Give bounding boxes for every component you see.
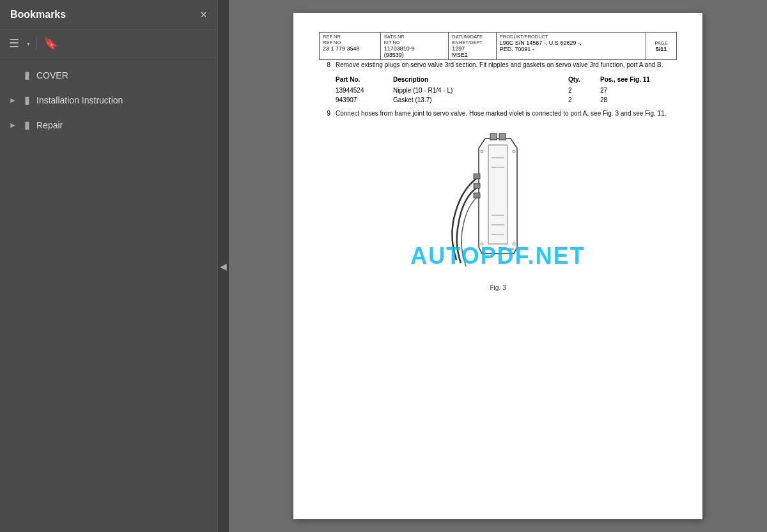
svg-point-8 <box>481 243 483 245</box>
document-page: REF NRREF NO 23 1 779 3548 SATS NRKIT NO… <box>293 13 702 519</box>
row1-part-no: 13944524 <box>336 86 393 95</box>
col-qty: Qty. <box>568 75 600 84</box>
step-9-number: 9 <box>319 109 330 118</box>
svg-point-6 <box>481 150 483 153</box>
close-button[interactable]: × <box>200 9 207 20</box>
list-view-icon[interactable]: ☰ <box>9 36 19 50</box>
main-document-area: REF NRREF NO 23 1 779 3548 SATS NRKIT NO… <box>229 0 767 532</box>
step-9-row: 9 Connect hoses from frame joint to serv… <box>319 109 677 118</box>
ref-nr-label: REF NRREF NO <box>323 34 377 45</box>
sidebar-collapse-button[interactable]: ◀ <box>217 0 229 532</box>
kit-no-value2: (93539) <box>384 52 404 58</box>
sats-nr-label: SATS NRKIT NO <box>384 34 445 45</box>
sidebar-toolbar: ☰ ▾ 🔖 <box>0 30 217 57</box>
row1-pos: 27 <box>600 86 677 95</box>
step-9-text: Connect hoses from frame joint to servo … <box>336 109 677 118</box>
sats-nr-value: 11703810-9 (93539) <box>384 45 445 58</box>
sidebar-header: Bookmarks × <box>0 0 217 30</box>
produkt-value: L90C S/N 14567 -, U.S 62629 -, PED. 7009… <box>500 40 642 52</box>
dept-value: MSE2 <box>452 52 468 58</box>
installation-chevron-icon: ► <box>9 96 18 105</box>
date-value: 1297 <box>452 45 465 52</box>
installation-label: Installation Instruction <box>36 95 123 105</box>
sidebar-item-installation[interactable]: ► ▮ Installation Instruction <box>0 87 217 112</box>
datum-label: DATUM/DATEENHET/DEPT <box>452 34 493 45</box>
toolbar-divider <box>36 37 37 50</box>
row1-qty: 2 <box>568 86 600 95</box>
ref-nr-value: 23 1 779 3548 <box>323 45 377 52</box>
doc-header-table: REF NRREF NO 23 1 779 3548 SATS NRKIT NO… <box>319 32 677 60</box>
step-8-text: Remove existing plugs on servo valve 3rd… <box>336 60 677 70</box>
svg-rect-3 <box>490 133 497 140</box>
installation-bookmark-icon: ▮ <box>24 94 30 106</box>
kit-no-value1: 11703810-9 <box>384 45 415 52</box>
cover-bookmark-icon: ▮ <box>24 69 30 81</box>
svg-text:MA 100: MA 100 <box>501 247 515 251</box>
product-line1: L90C S/N 14567 -, U.S 62629 -, <box>500 40 582 46</box>
row2-qty: 2 <box>568 95 600 105</box>
collapse-arrow-icon: ◀ <box>220 261 227 271</box>
repair-label: Repair <box>36 120 63 130</box>
col-pos: Pos., see Fig. 11 <box>600 75 677 84</box>
parts-row-2: 943907 Gasket (13.7) 2 28 <box>336 95 677 105</box>
svg-rect-4 <box>499 133 506 140</box>
row1-description: Nipple (10 - R1/4 - L) <box>393 86 568 95</box>
svg-rect-1 <box>474 183 480 188</box>
parts-table-header: Part No. Description Qty. Pos., see Fig.… <box>336 75 677 84</box>
product-line2: PED. 70091 - <box>500 46 534 52</box>
sidebar-title: Bookmarks <box>10 9 66 20</box>
col-description: Description <box>393 75 568 84</box>
sidebar-item-repair[interactable]: ► ▮ Repair <box>0 112 217 137</box>
repair-chevron-icon: ► <box>9 121 18 130</box>
row2-description: Gasket (13.7) <box>393 95 568 105</box>
chevron-down-icon: ▾ <box>27 40 30 47</box>
produkt-label: PRODUKT/PRODUCT <box>500 34 642 40</box>
svg-rect-2 <box>474 193 480 198</box>
row2-pos: 28 <box>600 95 677 105</box>
figure-3-svg: MA 100 <box>434 126 562 279</box>
page-value: 5/11 <box>649 46 673 52</box>
figure-3-caption: Fig. 3 <box>490 283 506 293</box>
figure-3-container: MA 100 Fig. 3 <box>319 126 677 293</box>
col-part-no: Part No. <box>336 75 393 84</box>
sidebar-item-cover[interactable]: ▮ COVER <box>0 63 217 87</box>
parts-row-1: 13944524 Nipple (10 - R1/4 - L) 2 27 <box>336 86 677 95</box>
step-8-number: 8 <box>319 60 330 70</box>
svg-point-7 <box>513 150 515 153</box>
datum-value: 1297 MSE2 <box>452 45 493 58</box>
row2-part-no: 943907 <box>336 95 393 105</box>
bookmark-view-icon[interactable]: 🔖 <box>43 36 58 50</box>
cover-label: COVER <box>36 70 68 80</box>
doc-content: 8 Remove existing plugs on servo valve 3… <box>319 60 677 293</box>
svg-rect-0 <box>474 174 480 179</box>
parts-table: Part No. Description Qty. Pos., see Fig.… <box>336 75 677 105</box>
repair-bookmark-icon: ▮ <box>24 119 30 131</box>
svg-point-9 <box>513 243 515 245</box>
sidebar: Bookmarks × ☰ ▾ 🔖 ▮ COVER ► ▮ Installati… <box>0 0 217 532</box>
sidebar-items-list: ▮ COVER ► ▮ Installation Instruction ► ▮… <box>0 57 217 532</box>
page-label: PAGE <box>649 40 673 46</box>
step-8-row: 8 Remove existing plugs on servo valve 3… <box>319 60 677 70</box>
